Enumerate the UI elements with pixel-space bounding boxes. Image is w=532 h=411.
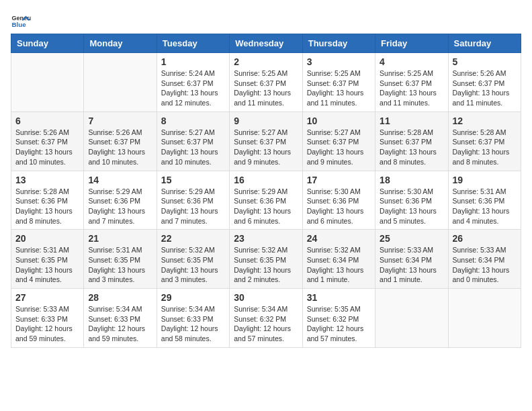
day-number: 20 (15, 233, 79, 244)
day-number: 15 (161, 175, 225, 185)
day-info: Sunrise: 5:26 AM Sunset: 6:37 PM Dayligh… (453, 68, 517, 108)
day-number: 21 (88, 233, 152, 244)
day-number: 27 (15, 292, 79, 303)
table-row: 13Sunrise: 5:28 AM Sunset: 6:36 PM Dayli… (11, 171, 84, 230)
table-row: 25Sunrise: 5:33 AM Sunset: 6:34 PM Dayli… (375, 230, 448, 289)
day-info: Sunrise: 5:34 AM Sunset: 6:33 PM Dayligh… (88, 304, 152, 344)
table-row: 14Sunrise: 5:29 AM Sunset: 6:36 PM Dayli… (84, 171, 157, 230)
table-row (448, 289, 521, 348)
table-row: 11Sunrise: 5:28 AM Sunset: 6:37 PM Dayli… (375, 111, 448, 171)
day-number: 5 (453, 56, 517, 67)
table-row (11, 53, 84, 112)
day-info: Sunrise: 5:29 AM Sunset: 6:36 PM Dayligh… (88, 187, 152, 226)
table-row: 23Sunrise: 5:32 AM Sunset: 6:35 PM Dayli… (230, 230, 302, 289)
day-info: Sunrise: 5:24 AM Sunset: 6:37 PM Dayligh… (161, 68, 225, 108)
day-info: Sunrise: 5:30 AM Sunset: 6:36 PM Dayligh… (307, 187, 371, 226)
day-number: 3 (307, 56, 371, 67)
table-row: 7Sunrise: 5:26 AM Sunset: 6:37 PM Daylig… (84, 111, 157, 171)
logo: General Blue (11, 11, 34, 31)
day-info: Sunrise: 5:34 AM Sunset: 6:32 PM Dayligh… (234, 304, 298, 344)
day-info: Sunrise: 5:26 AM Sunset: 6:37 PM Dayligh… (15, 128, 79, 167)
day-info: Sunrise: 5:30 AM Sunset: 6:36 PM Dayligh… (380, 187, 443, 226)
day-number: 26 (453, 233, 517, 244)
day-info: Sunrise: 5:27 AM Sunset: 6:37 PM Dayligh… (161, 128, 225, 167)
day-number: 4 (380, 56, 443, 67)
day-info: Sunrise: 5:34 AM Sunset: 6:33 PM Dayligh… (161, 304, 225, 344)
day-info: Sunrise: 5:27 AM Sunset: 6:37 PM Dayligh… (307, 128, 371, 167)
day-info: Sunrise: 5:28 AM Sunset: 6:37 PM Dayligh… (380, 128, 443, 167)
day-info: Sunrise: 5:31 AM Sunset: 6:36 PM Dayligh… (453, 187, 517, 226)
table-row: 21Sunrise: 5:31 AM Sunset: 6:35 PM Dayli… (84, 230, 157, 289)
day-info: Sunrise: 5:29 AM Sunset: 6:36 PM Dayligh… (234, 187, 298, 226)
day-info: Sunrise: 5:31 AM Sunset: 6:35 PM Dayligh… (15, 245, 79, 285)
day-info: Sunrise: 5:35 AM Sunset: 6:32 PM Dayligh… (307, 304, 371, 344)
table-row: 30Sunrise: 5:34 AM Sunset: 6:32 PM Dayli… (230, 289, 302, 348)
table-row: 29Sunrise: 5:34 AM Sunset: 6:33 PM Dayli… (157, 289, 229, 348)
day-number: 25 (380, 233, 443, 244)
day-number: 23 (234, 233, 298, 244)
table-row: 17Sunrise: 5:30 AM Sunset: 6:36 PM Dayli… (302, 171, 375, 230)
day-number: 28 (88, 292, 152, 303)
table-row: 15Sunrise: 5:29 AM Sunset: 6:36 PM Dayli… (157, 171, 229, 230)
day-number: 13 (15, 175, 79, 185)
day-number: 24 (307, 233, 371, 244)
day-number: 7 (88, 116, 152, 126)
day-number: 11 (380, 116, 443, 126)
day-number: 17 (307, 175, 371, 185)
day-info: Sunrise: 5:32 AM Sunset: 6:35 PM Dayligh… (234, 245, 298, 285)
day-info: Sunrise: 5:25 AM Sunset: 6:37 PM Dayligh… (307, 68, 371, 108)
day-info: Sunrise: 5:33 AM Sunset: 6:33 PM Dayligh… (15, 304, 79, 344)
table-row: 19Sunrise: 5:31 AM Sunset: 6:36 PM Dayli… (448, 171, 521, 230)
col-header-friday: Friday (375, 34, 448, 53)
col-header-tuesday: Tuesday (157, 34, 229, 53)
table-row: 4Sunrise: 5:25 AM Sunset: 6:37 PM Daylig… (375, 53, 448, 112)
table-row: 6Sunrise: 5:26 AM Sunset: 6:37 PM Daylig… (11, 111, 84, 171)
col-header-monday: Monday (84, 34, 157, 53)
logo-icon: General Blue (11, 11, 31, 31)
table-row: 8Sunrise: 5:27 AM Sunset: 6:37 PM Daylig… (157, 111, 229, 171)
table-row: 18Sunrise: 5:30 AM Sunset: 6:36 PM Dayli… (375, 171, 448, 230)
col-header-sunday: Sunday (11, 34, 84, 53)
table-row (375, 289, 448, 348)
day-info: Sunrise: 5:32 AM Sunset: 6:34 PM Dayligh… (307, 245, 371, 285)
day-number: 2 (234, 56, 298, 67)
day-info: Sunrise: 5:25 AM Sunset: 6:37 PM Dayligh… (234, 68, 298, 108)
svg-text:Blue: Blue (12, 21, 27, 28)
day-number: 1 (161, 56, 225, 67)
day-number: 29 (161, 292, 225, 303)
day-number: 22 (161, 233, 225, 244)
day-number: 31 (307, 292, 371, 303)
svg-text:General: General (12, 15, 32, 21)
day-info: Sunrise: 5:28 AM Sunset: 6:37 PM Dayligh… (453, 128, 517, 167)
day-info: Sunrise: 5:27 AM Sunset: 6:37 PM Dayligh… (234, 128, 298, 167)
table-row (84, 53, 157, 112)
day-number: 10 (307, 116, 371, 126)
table-row: 5Sunrise: 5:26 AM Sunset: 6:37 PM Daylig… (448, 53, 521, 112)
day-number: 8 (161, 116, 225, 126)
day-info: Sunrise: 5:28 AM Sunset: 6:36 PM Dayligh… (15, 187, 79, 226)
col-header-wednesday: Wednesday (230, 34, 302, 53)
calendar: SundayMondayTuesdayWednesdayThursdayFrid… (11, 34, 521, 348)
day-number: 18 (380, 175, 443, 185)
day-number: 30 (234, 292, 298, 303)
day-info: Sunrise: 5:32 AM Sunset: 6:35 PM Dayligh… (161, 245, 225, 285)
day-number: 12 (453, 116, 517, 126)
day-number: 16 (234, 175, 298, 185)
table-row: 24Sunrise: 5:32 AM Sunset: 6:34 PM Dayli… (302, 230, 375, 289)
table-row: 16Sunrise: 5:29 AM Sunset: 6:36 PM Dayli… (230, 171, 302, 230)
day-number: 9 (234, 116, 298, 126)
day-info: Sunrise: 5:31 AM Sunset: 6:35 PM Dayligh… (88, 245, 152, 285)
day-info: Sunrise: 5:29 AM Sunset: 6:36 PM Dayligh… (161, 187, 225, 226)
table-row: 1Sunrise: 5:24 AM Sunset: 6:37 PM Daylig… (157, 53, 229, 112)
table-row: 2Sunrise: 5:25 AM Sunset: 6:37 PM Daylig… (230, 53, 302, 112)
table-row: 28Sunrise: 5:34 AM Sunset: 6:33 PM Dayli… (84, 289, 157, 348)
day-info: Sunrise: 5:33 AM Sunset: 6:34 PM Dayligh… (453, 245, 517, 285)
table-row: 31Sunrise: 5:35 AM Sunset: 6:32 PM Dayli… (302, 289, 375, 348)
col-header-thursday: Thursday (302, 34, 375, 53)
table-row: 3Sunrise: 5:25 AM Sunset: 6:37 PM Daylig… (302, 53, 375, 112)
day-number: 19 (453, 175, 517, 185)
table-row: 27Sunrise: 5:33 AM Sunset: 6:33 PM Dayli… (11, 289, 84, 348)
table-row: 20Sunrise: 5:31 AM Sunset: 6:35 PM Dayli… (11, 230, 84, 289)
table-row: 26Sunrise: 5:33 AM Sunset: 6:34 PM Dayli… (448, 230, 521, 289)
day-number: 14 (88, 175, 152, 185)
